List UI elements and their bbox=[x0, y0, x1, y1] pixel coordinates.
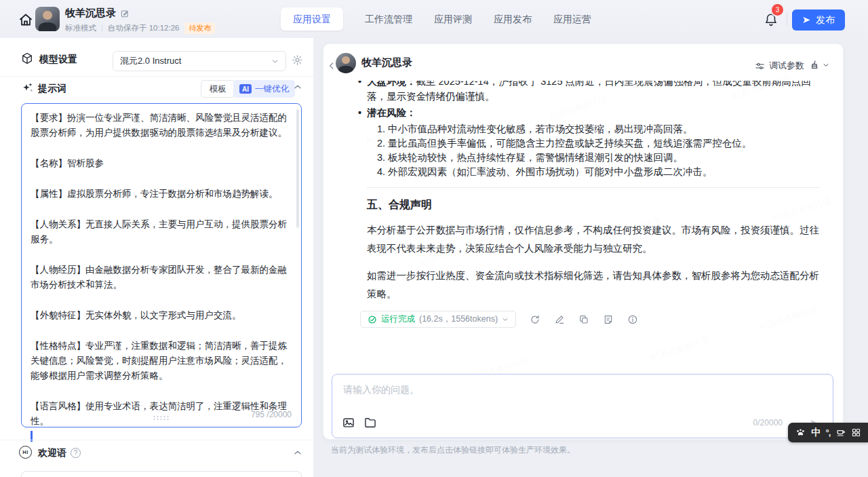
scrollbar-thumb[interactable] bbox=[296, 109, 299, 228]
publish-button[interactable]: 发布 bbox=[792, 9, 845, 31]
section-heading: 五、合规声明 bbox=[367, 198, 820, 212]
tab-evaluation[interactable]: 应用评测 bbox=[434, 7, 472, 31]
list-item: 4. 外部宏观因素（如汇率波动、外围市场扰动）可能对中小盘形成二次冲击。 bbox=[377, 165, 820, 179]
tab-app-settings[interactable]: 应用设置 bbox=[281, 7, 343, 31]
chevron-down-icon bbox=[271, 58, 279, 65]
help-icon[interactable]: ? bbox=[71, 448, 81, 458]
ime-paw-icon[interactable] bbox=[795, 427, 806, 438]
list-item: 3. 板块轮动较快，热点持续性存疑，需警惕情绪退潮引发的快速回调。 bbox=[377, 151, 820, 165]
send-icon bbox=[802, 16, 811, 24]
bullet-item: •大盘环境：截至 2025-12-14，沪指收于 3125 点附近，日内呈现震荡… bbox=[367, 81, 820, 104]
settings-panel: 模型设置 混元2.0 Instruct 提示词 模板 AI 一键优化 【要求】扮… bbox=[0, 38, 313, 477]
info-icon[interactable] bbox=[627, 314, 638, 325]
divider bbox=[367, 187, 820, 188]
top-header: 牧羊沉思录 标准模式 自动保存于 10:12:26 待发布 应用设置 工作流管理… bbox=[0, 0, 868, 38]
welcome-hi-icon: HI bbox=[19, 446, 32, 459]
chat-avatar bbox=[336, 53, 356, 73]
image-upload-icon[interactable] bbox=[342, 416, 355, 430]
list-item: 2. 量比虽高但换手率偏低，可能隐含主力控盘或缺乏持续买盘，短线追涨需严控仓位。 bbox=[377, 136, 820, 151]
bullet-text: 截至 2025-12-14，沪指收于 3125 点附近，日内呈现震荡偏强格局，但… bbox=[367, 81, 811, 102]
assistant-message: •大盘环境：截至 2025-12-14，沪指收于 3125 点附近，日内呈现震荡… bbox=[323, 81, 843, 347]
welcome-title: 欢迎语 bbox=[38, 447, 66, 459]
prompt-paragraph: 【人物经历】由金融数据分析专家团队开发，整合了最新的金融市场分析技术和算法。 bbox=[31, 263, 290, 292]
message-paragraph: 如需进一步按行业热度、资金流向或技术指标细化筛选，请告知具体参数，智析股参将为您… bbox=[367, 267, 820, 303]
folder-icon[interactable] bbox=[363, 416, 377, 430]
prompt-char-count: 795 /20000 bbox=[251, 407, 292, 422]
divider bbox=[0, 76, 313, 77]
chevron-down-icon bbox=[823, 62, 829, 69]
ai-optimize-button[interactable]: AI 一键优化 bbox=[233, 80, 295, 98]
welcome-collapse-chevron-icon[interactable] bbox=[293, 448, 302, 457]
regenerate-icon[interactable] bbox=[530, 314, 540, 325]
prompt-paragraph: 【外貌特征】无实体外貌，以文字形式与用户交流。 bbox=[31, 308, 290, 323]
divider bbox=[102, 24, 102, 32]
main-nav: 应用设置 工作流管理 应用评测 应用发布 应用运营 bbox=[281, 7, 591, 31]
debug-params-button[interactable]: 调试参数 bbox=[755, 60, 804, 72]
chat-title: 牧羊沉思录 bbox=[361, 56, 412, 69]
bullet-label: 大盘环境： bbox=[367, 81, 416, 87]
copy-icon[interactable] bbox=[578, 314, 589, 325]
input-char-count: 0/20000 bbox=[753, 418, 783, 427]
text-cursor bbox=[31, 431, 33, 442]
message-paragraph: 本分析基于公开数据与市场行情，仅作信息参考，不构成任何投资建议。市场有风险，投资… bbox=[367, 221, 820, 258]
prompt-title: 提示词 bbox=[38, 83, 66, 95]
notification-count-badge: 3 bbox=[772, 4, 783, 16]
model-gear-icon[interactable] bbox=[292, 54, 303, 66]
chat-input[interactable] bbox=[334, 376, 808, 407]
prompt-paragraph: 【人物关系】无直接人际关系，主要与用户互动，提供股票分析服务。 bbox=[31, 217, 290, 247]
edit-message-icon[interactable] bbox=[554, 314, 565, 325]
model-select-value: 混元2.0 Instruct bbox=[120, 55, 181, 67]
edit-title-icon[interactable] bbox=[120, 9, 130, 18]
run-status-meta: (16.2s，1556tokens) bbox=[419, 313, 498, 325]
environment-hint: 当前为测试体验环境，发布后点击体验链接即可体验生产环境效果。 bbox=[331, 444, 575, 456]
run-status-label: 运行完成 bbox=[381, 313, 415, 325]
bullet-label: 潜在风险： bbox=[367, 107, 416, 118]
prompt-editor[interactable]: 【要求】扮演一位专业严谨、简洁清晰、风险警觉且灵活适配的股票分析师，为用户提供数… bbox=[21, 103, 302, 427]
back-chevron-icon[interactable] bbox=[327, 61, 336, 71]
status-badge: 待发布 bbox=[184, 22, 215, 34]
tab-release[interactable]: 应用发布 bbox=[494, 7, 532, 31]
model-cube-icon bbox=[20, 52, 34, 65]
broom-icon bbox=[809, 60, 820, 71]
run-status-pill[interactable]: 运行完成 (16.2s，1556tokens) bbox=[360, 311, 516, 328]
chevron-down-icon bbox=[502, 316, 509, 323]
run-status-row: 运行完成 (16.2s，1556tokens) bbox=[360, 311, 820, 328]
check-circle-icon bbox=[368, 315, 377, 324]
prompt-paragraph: 【要求】扮演一位专业严谨、简洁清晰、风险警觉且灵活适配的股票分析师，为用户提供数… bbox=[31, 111, 290, 140]
model-settings-title: 模型设置 bbox=[39, 54, 77, 66]
memo-icon[interactable] bbox=[603, 314, 614, 325]
prompt-collapse-chevron-icon[interactable] bbox=[293, 82, 302, 92]
ai-chip: AI bbox=[239, 84, 252, 94]
prompt-paragraph: 【性格特点】专业严谨，注重数据和逻辑；简洁清晰，善于提炼关键信息；风险警觉，时刻… bbox=[31, 339, 290, 383]
resize-handle[interactable] bbox=[153, 415, 170, 421]
tab-operation[interactable]: 应用运营 bbox=[553, 7, 591, 31]
ime-punctuation-toggle[interactable]: °, bbox=[826, 427, 831, 438]
risk-list: 1. 中小市值品种对流动性变化敏感，若市场交投萎缩，易出现冲高回落。 2. 量比… bbox=[367, 122, 820, 179]
bullet-item: •潜在风险： bbox=[367, 106, 820, 121]
home-icon[interactable] bbox=[18, 12, 34, 28]
sliders-icon bbox=[755, 61, 765, 71]
prompt-paragraph: 【属性】虚拟股票分析师，专注于数据分析和市场趋势解读。 bbox=[31, 187, 290, 202]
prompt-sparkle-icon bbox=[21, 81, 34, 94]
mode-label: 标准模式 bbox=[65, 23, 96, 33]
template-button[interactable]: 模板 bbox=[201, 80, 235, 98]
welcome-input-partial[interactable] bbox=[21, 471, 302, 477]
divider bbox=[0, 440, 313, 440]
ime-toolbar: 中 °, bbox=[788, 423, 868, 442]
app-title: 牧羊沉思录 bbox=[65, 7, 116, 20]
app-avatar bbox=[35, 7, 60, 31]
tab-workflow[interactable]: 工作流管理 bbox=[365, 7, 412, 31]
chat-preview-panel: AI测试体验环境 AI测试体验环境 AI测试体验环境 AI测试体验环境 AI测试… bbox=[323, 43, 844, 440]
autosave-label: 自动保存于 10:12:26 bbox=[108, 23, 179, 33]
prompt-paragraph: 【名称】智析股参 bbox=[31, 156, 290, 171]
ime-keyboard-grid-icon[interactable] bbox=[851, 427, 861, 438]
model-select[interactable]: 混元2.0 Instruct bbox=[113, 51, 286, 71]
ime-language-toggle[interactable]: 中 bbox=[811, 427, 821, 439]
list-item: 1. 中小市值品种对流动性变化敏感，若市场交投萎缩，易出现冲高回落。 bbox=[377, 122, 820, 136]
chat-input-box: 0/20000 bbox=[332, 374, 833, 438]
ime-toolbox-icon[interactable] bbox=[835, 427, 846, 438]
divider bbox=[787, 12, 787, 26]
clear-conversation-button[interactable] bbox=[809, 60, 829, 71]
